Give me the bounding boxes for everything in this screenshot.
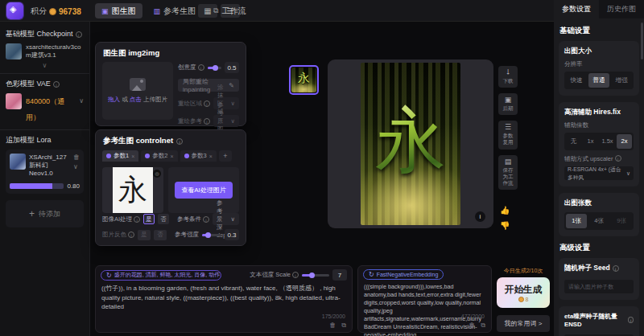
inpaint-ref-select[interactable]: 参考原图 or∨ <box>213 115 239 127</box>
chevron-down-icon: ∨ <box>231 100 236 107</box>
info-icon[interactable]: i <box>76 31 82 38</box>
cfg-scale-value[interactable]: 7 <box>332 269 347 281</box>
post-process-button[interactable]: ▣ 后期 <box>498 93 518 115</box>
controlnet-tab-1[interactable]: 参数1× <box>102 150 138 162</box>
image-info-icon[interactable]: i <box>475 211 485 222</box>
close-icon[interactable]: × <box>131 154 134 159</box>
expand-prompt-icon[interactable]: ⧉ <box>341 322 346 330</box>
hires-1-5x[interactable]: 1.5x <box>600 134 615 149</box>
inpainting-button[interactable]: 局部重绘 inpainting✎ <box>178 79 239 92</box>
controlnet-reference-image[interactable]: 永 ◎ <box>102 167 163 213</box>
tab-reference-gen[interactable]: ▥ 参考生图 <box>147 3 203 18</box>
clear-prompt-icon[interactable]: 🗑 <box>329 322 336 330</box>
info-icon[interactable]: i <box>204 100 210 107</box>
prompt-tags-pill[interactable]: ↻ 盛开的花园, 清新, 鲜艳, 太阳光, 肖像, 动作, 最佳质量 <box>101 270 221 281</box>
img2img-panel-title[interactable]: 图生图 img2img <box>96 43 246 63</box>
info-icon[interactable]: i <box>292 272 299 278</box>
info-icon[interactable]: i <box>134 216 140 223</box>
hires-2x[interactable]: 2x <box>617 134 632 149</box>
strength-value[interactable]: 0.3 <box>225 229 239 240</box>
chevron-down-icon[interactable]: ∨ <box>73 163 80 170</box>
ai-process-yes-button[interactable]: 是 <box>143 214 155 224</box>
info-icon[interactable]: i <box>203 216 209 223</box>
denoise-slider[interactable] <box>208 67 222 69</box>
lora-weight-slider[interactable] <box>10 183 64 189</box>
delete-icon[interactable]: 🗑 <box>73 154 80 161</box>
upscaler-select[interactable]: R-ESRGAN 4x+ (适合多种风∨ <box>564 166 634 180</box>
seed-title: 随机种子 Seedi <box>564 264 634 273</box>
settings-panel: 参数设置 历史作图 基础设置 出图大小 分辨率 快速 普通 增强 高清辅助 Hi… <box>554 0 644 336</box>
app-logo[interactable] <box>6 2 23 19</box>
hires-none[interactable]: 无 <box>566 134 581 149</box>
tab-img2img[interactable]: ▣ 图生图 <box>95 3 142 18</box>
ensd-card: eta噪声种子随机量 ENSDi <box>559 306 639 336</box>
scrollbar-thumb[interactable] <box>641 23 643 59</box>
points-display[interactable]: 积分 96738 <box>31 6 81 17</box>
view-processed-button[interactable]: 查看AI处理图片 <box>175 182 233 199</box>
expand-prompt-icon[interactable]: ⧉ <box>481 322 485 330</box>
clear-prompt-icon[interactable]: 🗑 <box>469 322 475 330</box>
result-thumbnail[interactable]: 永 <box>289 65 319 95</box>
seed-input[interactable] <box>564 280 634 293</box>
info-icon[interactable]: i <box>615 155 621 162</box>
negative-embedding-pill[interactable]: ↻ FastNegativeEmbedding <box>363 269 444 280</box>
strength-slider[interactable] <box>202 234 221 236</box>
tab-parameters[interactable]: 参数设置 <box>554 0 599 18</box>
favorite-words-button[interactable]: 我的常用词 > <box>497 315 550 332</box>
chevron-down-icon: ∨ <box>231 215 236 223</box>
lora-section-label: 追加模型 Lora <box>6 135 84 145</box>
positive-prompt-input[interactable]: ((竹子)), in a blooming garden, (fresh and… <box>96 282 352 313</box>
batch-1[interactable]: 1张 <box>566 214 587 228</box>
vae-selector[interactable]: 840000（通用） ∨ <box>6 93 84 125</box>
invert-yes-button[interactable]: 是 <box>138 230 151 240</box>
close-icon[interactable]: × <box>170 154 173 159</box>
controlnet-options: 图像AI处理i 是 否 参考条件i 参考景深 dept∨ 图片反色i 是 否 参… <box>102 213 239 240</box>
controlnet-tab-2[interactable]: 参数2× <box>141 150 177 162</box>
close-icon[interactable]: × <box>209 154 213 159</box>
checkpoint-thumbnail <box>6 43 22 59</box>
checkpoint-collapse-chevron[interactable]: ∨ <box>6 62 84 69</box>
tab-history[interactable]: 历史作图 <box>599 0 644 18</box>
batch-4[interactable]: 4张 <box>588 214 609 228</box>
download-button[interactable]: ⭣ 下载 <box>498 66 518 88</box>
target-icon[interactable]: ◎ <box>153 170 161 178</box>
add-controlnet-tab-button[interactable]: + <box>219 150 232 162</box>
generated-image[interactable]: 永 <box>361 63 460 225</box>
info-icon[interactable]: i <box>53 81 60 88</box>
thumbs-up-icon[interactable]: 👍 <box>500 206 510 215</box>
daily-quota-text: 今日生成2/10次 <box>497 267 550 275</box>
info-icon[interactable]: i <box>613 265 619 272</box>
invert-no-button[interactable]: 否 <box>154 230 167 240</box>
cfg-scale-slider[interactable] <box>302 274 329 277</box>
hires-fix-card: 高清辅助 Hires.fix 辅助倍数 无 1x 1.5x 2x 辅助方式 up… <box>559 102 639 186</box>
save-workflow-button[interactable]: ▤ 保存为工作流 <box>498 155 518 190</box>
tab-workflow[interactable]: ⧉ 工作流 <box>207 3 252 18</box>
info-icon[interactable]: i <box>128 232 134 238</box>
image-upload-dropzone[interactable]: 拖入 或 点击 上传图片 <box>102 62 173 120</box>
batch-9[interactable]: 9张 <box>611 214 632 228</box>
denoise-value[interactable]: 0.5 <box>225 62 239 73</box>
info-icon[interactable]: i <box>176 138 183 145</box>
controlnet-panel-title[interactable]: 参考生图 controlneti <box>96 130 246 150</box>
controlnet-tab-3[interactable]: 参数3× <box>180 150 217 162</box>
add-lora-button[interactable]: + 待添加 <box>6 200 84 227</box>
condition-select[interactable]: 参考景深 dept∨ <box>213 213 239 225</box>
reuse-params-button[interactable]: ☰ 参数复用 <box>498 121 518 149</box>
resolution-normal[interactable]: 普通 <box>588 73 609 88</box>
resolution-enhanced[interactable]: 增强 <box>611 73 632 88</box>
hires-1x[interactable]: 1x <box>583 134 598 149</box>
invert-label: 图片反色i <box>102 231 134 239</box>
tab-img2img-label: 图生图 <box>112 6 136 17</box>
ai-process-no-button[interactable]: 否 <box>158 214 169 224</box>
checkpoint-item[interactable]: xsarchitecturalv3com建筑v3.1 <box>6 43 84 59</box>
info-icon[interactable]: i <box>198 64 204 71</box>
resolution-fast[interactable]: 快速 <box>566 73 587 88</box>
lora-item[interactable]: XSArchi_127新科幻Neov1.0 🗑 ∨ 0.80 <box>6 150 84 194</box>
chevron-down-icon: ∨ <box>79 93 84 109</box>
output-size-card: 出图大小 分辨率 快速 普通 增强 <box>559 41 639 96</box>
info-icon[interactable]: i <box>204 118 210 125</box>
info-icon[interactable]: i <box>628 317 634 323</box>
thumbs-down-icon[interactable]: 👎 <box>500 221 510 230</box>
generate-button[interactable]: 开始生成 8 <box>497 277 550 308</box>
settings-tabs: 参数设置 历史作图 <box>554 0 644 18</box>
